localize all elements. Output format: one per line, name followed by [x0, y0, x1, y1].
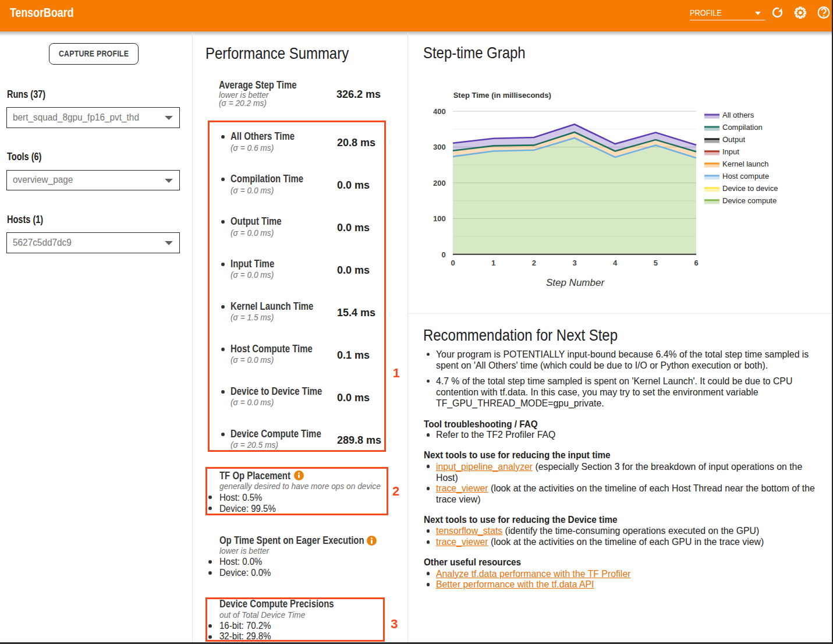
svg-text:Device to device: Device to device — [722, 184, 778, 193]
svg-text:1: 1 — [491, 259, 495, 267]
svg-text:All others: All others — [722, 111, 754, 119]
svg-text:200: 200 — [433, 179, 446, 187]
svg-text:3: 3 — [572, 259, 576, 267]
svg-text:4: 4 — [613, 259, 618, 267]
svg-text:Output: Output — [722, 135, 745, 144]
svg-text:0: 0 — [442, 250, 446, 259]
svg-text:6: 6 — [694, 259, 698, 267]
svg-text:Compilation: Compilation — [722, 123, 763, 132]
svg-text:300: 300 — [433, 143, 446, 151]
svg-text:Input: Input — [722, 147, 739, 156]
svg-text:Step Number: Step Number — [546, 277, 605, 288]
svg-text:5: 5 — [654, 259, 658, 267]
svg-text:Step Time (in milliseconds): Step Time (in milliseconds) — [453, 91, 551, 100]
svg-text:100: 100 — [433, 214, 446, 223]
svg-text:Kernel launch: Kernel launch — [722, 160, 769, 168]
svg-text:Host compute: Host compute — [722, 172, 769, 181]
svg-text:Device compute: Device compute — [722, 196, 777, 205]
svg-text:400: 400 — [433, 107, 446, 116]
svg-text:0: 0 — [451, 259, 455, 267]
svg-text:2: 2 — [532, 259, 536, 267]
